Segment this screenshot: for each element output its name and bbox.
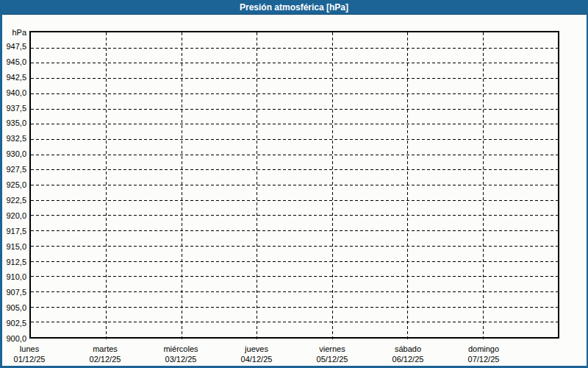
day-label: domingo07/12/25 <box>445 344 522 364</box>
day-date-label: 04/12/25 <box>218 354 295 364</box>
day-name-label: viernes <box>294 344 370 354</box>
day-date-label: 02/12/25 <box>67 354 143 364</box>
y-tick-label: 910,0 <box>0 272 26 282</box>
y-tick-label: 927,5 <box>0 164 26 174</box>
y-tick-label: 907,5 <box>0 287 26 297</box>
h-gridline <box>31 200 558 201</box>
h-gridline <box>31 276 558 277</box>
v-gridline <box>182 32 182 342</box>
day-name-label: jueves <box>218 344 295 354</box>
plot-area <box>29 31 559 339</box>
y-axis-unit-label: hPa <box>0 27 26 38</box>
y-tick-label: 932,5 <box>0 133 26 144</box>
day-label: sábado06/12/25 <box>370 344 446 364</box>
h-gridline <box>31 93 558 94</box>
y-tick-label: 900,0 <box>0 333 26 344</box>
y-tick-label: 917,5 <box>0 226 26 236</box>
y-tick-label: 940,0 <box>0 88 26 98</box>
h-gridline <box>31 155 558 155</box>
day-label: lunes01/12/25 <box>0 344 68 364</box>
day-label: viernes05/12/25 <box>294 344 370 364</box>
day-label: jueves04/12/25 <box>218 344 295 364</box>
day-name-label: martes <box>67 344 143 354</box>
day-name-label: lunes <box>0 344 68 354</box>
y-tick-label: 935,0 <box>0 118 26 128</box>
day-date-label: 03/12/25 <box>143 354 219 364</box>
day-date-label: 07/12/25 <box>445 354 522 364</box>
chart-title: Presión atmosférica [hPa] <box>240 2 348 13</box>
v-gridline <box>483 32 484 342</box>
y-tick-label: 925,0 <box>0 180 26 190</box>
h-gridline <box>31 246 558 247</box>
y-tick-label: 902,5 <box>0 318 26 328</box>
day-name-label: miércoles <box>143 344 219 354</box>
y-tick-label: 947,5 <box>0 41 26 52</box>
day-name-label: domingo <box>445 344 522 354</box>
day-date-label: 06/12/25 <box>370 354 446 364</box>
h-gridline <box>31 63 558 63</box>
chart-window: Presión atmosférica [hPa] hPa 900,0902,5… <box>0 0 588 368</box>
h-gridline <box>31 185 558 185</box>
h-gridline <box>31 230 558 231</box>
y-tick-label: 942,5 <box>0 72 26 82</box>
y-tick-label: 930,0 <box>0 149 26 159</box>
h-gridline <box>31 261 558 262</box>
h-gridline <box>31 124 558 124</box>
h-gridline <box>31 215 558 216</box>
y-tick-label: 945,0 <box>0 57 26 67</box>
h-gridline <box>31 109 558 110</box>
day-date-label: 01/12/25 <box>0 354 68 364</box>
y-tick-label: 937,5 <box>0 103 26 113</box>
y-tick-label: 912,5 <box>0 257 26 267</box>
h-gridline <box>31 48 558 49</box>
h-gridline <box>31 322 558 322</box>
y-tick-label: 922,5 <box>0 195 26 205</box>
day-date-label: 05/12/25 <box>294 354 370 364</box>
day-label: miércoles03/12/25 <box>143 344 219 364</box>
y-tick-label: 920,0 <box>0 210 26 221</box>
y-tick-label: 905,0 <box>0 302 26 313</box>
h-gridline <box>31 307 558 308</box>
y-tick-label: 915,0 <box>0 241 26 252</box>
day-name-label: sábado <box>370 344 446 354</box>
h-gridline <box>31 78 558 79</box>
h-gridline <box>31 169 558 170</box>
h-gridline <box>31 139 558 140</box>
title-bar: Presión atmosférica [hPa] <box>0 0 588 15</box>
v-gridline <box>106 32 107 342</box>
v-gridline <box>407 32 408 342</box>
h-gridline <box>31 291 558 292</box>
day-label: martes02/12/25 <box>67 344 143 364</box>
v-gridline <box>257 32 257 342</box>
v-gridline <box>332 32 333 342</box>
